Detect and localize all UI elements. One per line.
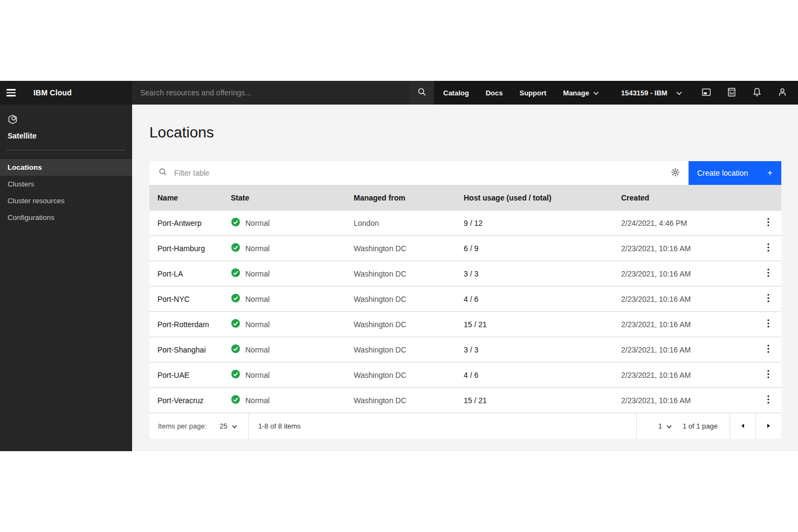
table-row[interactable]: Port-UAE Normal Washington DC 4 / 6 2/23… [149,363,781,388]
location-host-usage: 3 / 3 [464,270,621,278]
items-per-page-select[interactable]: 25 [219,422,237,430]
usage-report-button[interactable] [719,81,744,105]
nav-support[interactable]: Support [519,89,546,97]
row-overflow-menu-button[interactable] [758,314,779,335]
profile-button[interactable] [769,81,795,105]
sidebar-item-clusters[interactable]: Clusters [0,176,132,192]
chevron-down-icon [593,89,599,97]
items-per-page-group: Items per page: 25 [149,422,237,430]
brand-area: IBM Cloud [0,81,132,105]
chevron-down-icon [232,422,237,430]
row-overflow-menu-button[interactable] [758,364,779,386]
overflow-menu-icon [767,293,769,305]
sidebar: Satellite Locations Clusters Cluster res… [0,105,132,451]
main-content: Locations Filter table [132,105,798,451]
status-normal-icon [231,344,240,355]
table-row[interactable]: Port-Shanghai Normal Washington DC 3 / 3… [149,337,781,363]
location-managed-from: Washington DC [354,244,464,253]
nav-docs[interactable]: Docs [486,89,503,97]
location-host-usage: 9 / 12 [464,219,621,227]
filter-table-input[interactable]: Filter table [149,161,662,185]
row-overflow-menu-button[interactable] [758,212,779,234]
location-state: Normal [231,319,354,330]
table-row[interactable]: Port-Hamburg Normal Washington DC 6 / 9 … [149,236,781,261]
row-overflow-menu-button[interactable] [758,288,779,310]
table-row[interactable]: Port-Antwerp Normal London 9 / 12 2/24/2… [149,211,781,236]
row-overflow-menu-button[interactable] [758,339,779,361]
status-normal-icon [231,293,240,305]
next-page-button[interactable] [755,413,781,439]
location-host-usage: 15 / 21 [464,396,621,405]
location-created: 2/23/2021, 10:16 AM [621,244,755,253]
row-overflow-menu-button[interactable] [758,263,779,285]
sidebar-item-locations[interactable]: Locations [0,159,132,176]
location-host-usage: 4 / 6 [464,295,621,303]
location-name: Port-Rotterdam [157,320,231,329]
location-created: 2/23/2021, 10:16 AM [621,320,755,329]
location-name: Port-LA [157,270,231,278]
location-state: Normal [231,344,354,355]
location-host-usage: 3 / 3 [464,346,621,354]
location-created: 2/23/2021, 10:16 AM [621,270,755,278]
status-normal-icon [231,268,240,279]
location-managed-from: Washington DC [354,295,464,303]
account-chevron-button[interactable] [671,87,687,99]
filter-placeholder: Filter table [174,169,209,177]
table-row[interactable]: Port-Veracruz Normal Washington DC 15 / … [149,388,781,413]
sidebar-divider [6,150,126,150]
global-search-input[interactable]: Search resources and offerings... [132,81,434,105]
table-settings-button[interactable] [662,161,689,185]
header-icon-group [693,81,798,105]
status-normal-icon [231,395,240,406]
items-per-page-label: Items per page: [158,422,207,430]
location-name: Port-Antwerp [157,219,231,227]
location-host-usage: 6 / 9 [464,244,621,253]
location-managed-from: Washington DC [354,396,464,405]
status-normal-icon [231,243,240,254]
sidebar-product: Satellite [0,105,132,140]
chevron-down-icon [666,422,672,430]
search-submit-button[interactable] [409,81,434,105]
overflow-menu-icon [767,319,769,330]
window-icon [701,87,711,99]
row-overflow-menu-button[interactable] [758,390,779,411]
status-normal-icon [231,319,240,330]
location-created: 2/24/2021, 4:46 PM [621,219,755,227]
previous-page-button[interactable] [730,413,755,439]
location-managed-from: London [354,219,464,227]
nav-manage[interactable]: Manage [563,89,598,97]
page-number-select[interactable]: 1 [658,422,672,430]
caret-left-icon [741,422,745,430]
column-header-state: State [231,194,354,202]
overflow-menu-icon [767,369,769,381]
location-name: Port-NYC [157,295,231,303]
location-created: 2/23/2021, 10:16 AM [621,295,755,303]
row-overflow-menu-button[interactable] [758,238,779,259]
satellite-icon [8,117,18,126]
notifications-button[interactable] [744,81,769,105]
location-created: 2/23/2021, 10:16 AM [621,396,755,405]
overflow-menu-icon [767,395,769,406]
sidebar-item-cluster-resources[interactable]: Cluster resources [0,192,132,209]
table-row[interactable]: Port-Rotterdam Normal Washington DC 15 /… [149,312,781,337]
page-title: Locations [149,124,214,141]
table-row[interactable]: Port-LA Normal Washington DC 3 / 3 2/23/… [149,261,781,287]
nav-catalog[interactable]: Catalog [443,89,469,97]
location-managed-from: Washington DC [354,371,464,379]
table-body: Port-Antwerp Normal London 9 / 12 2/24/2… [149,211,781,413]
location-name: Port-Hamburg [157,244,231,253]
menu-button[interactable] [0,81,24,105]
location-state: Normal [231,369,354,381]
user-avatar-icon [778,87,787,99]
pagination-range-text: 1-8 of 8 items [249,422,636,430]
bell-icon [752,87,762,99]
sidebar-item-configurations[interactable]: Configurations [0,209,132,226]
table-row[interactable]: Port-NYC Normal Washington DC 4 / 6 2/23… [149,287,781,312]
create-location-button[interactable]: Create location + [689,161,781,185]
report-icon [727,87,737,99]
sidebar-menu: Locations Clusters Cluster resources Con… [0,159,132,226]
console-window-button[interactable] [693,81,719,105]
hamburger-icon [6,89,16,96]
account-selector[interactable]: 1543159 - IBM [621,89,668,97]
location-host-usage: 4 / 6 [464,371,621,379]
